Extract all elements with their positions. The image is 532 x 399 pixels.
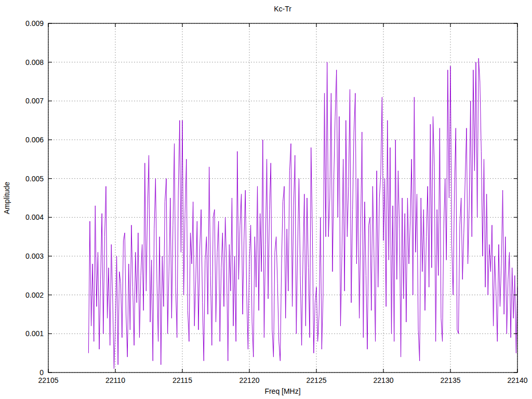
x-tick-label: 22130 [374, 376, 394, 384]
series-line-layer [88, 58, 517, 368]
x-tick-label: 22105 [38, 376, 59, 384]
y-tick-label: 0.001 [25, 329, 44, 338]
y-tick-label: 0 [39, 368, 44, 377]
plot-area: 2210522110221152212022125221302213522140… [0, 0, 532, 399]
y-tick-label: 0.009 [25, 19, 44, 28]
y-tick-label: 0.006 [25, 136, 44, 144]
y-tick-label: 0.008 [25, 58, 44, 66]
y-tick-label: 0.007 [25, 97, 44, 105]
chart-title: Kc-Tr [274, 5, 291, 13]
x-tick-label: 22120 [240, 376, 260, 384]
y-tick-label: 0.002 [25, 291, 44, 299]
x-tick-label: 22110 [105, 376, 125, 384]
tick-labels: 2210522110221152212022125221302213522140… [25, 19, 528, 384]
x-tick-label: 22140 [508, 376, 528, 384]
chart-figure: 2210522110221152212022125221302213522140… [0, 0, 532, 399]
x-tick-label: 22135 [441, 376, 461, 384]
x-tick-label: 22125 [307, 376, 327, 384]
x-axis-label: Freq [MHz] [264, 387, 300, 395]
y-tick-label: 0.003 [25, 252, 44, 260]
y-tick-label: 0.005 [25, 175, 44, 183]
series-line [88, 58, 517, 368]
y-axis-label: Amplitude [3, 182, 11, 214]
y-tick-label: 0.004 [25, 213, 44, 221]
x-tick-label: 22115 [172, 376, 192, 384]
